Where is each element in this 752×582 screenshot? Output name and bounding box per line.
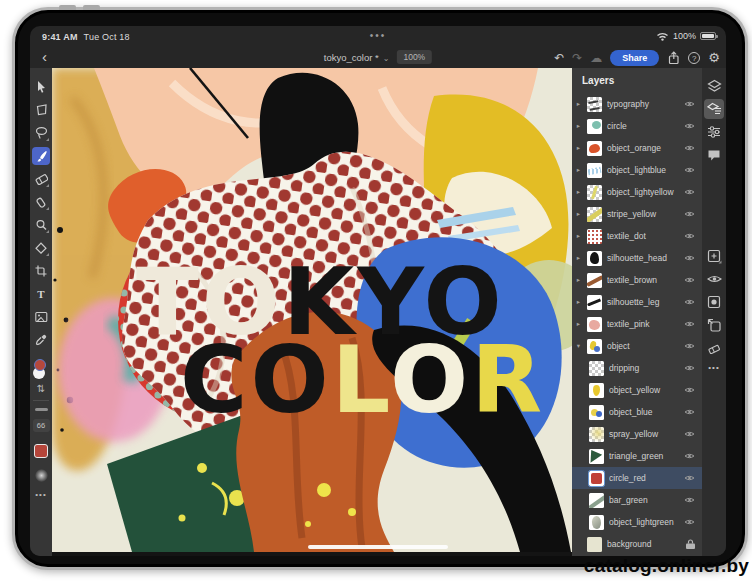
brush-tool[interactable]	[32, 147, 50, 165]
fill-tool[interactable]	[32, 239, 50, 257]
layer-more-button[interactable]: •••	[708, 363, 719, 372]
disclosure-arrow[interactable]: ▸	[575, 166, 582, 174]
disclosure-arrow[interactable]: ▸	[575, 232, 582, 240]
color-chips[interactable]	[33, 359, 49, 379]
layer-row[interactable]: ▾ object	[572, 335, 702, 357]
layer-row[interactable]: object_lightgreen	[572, 511, 702, 533]
tool-options-more[interactable]: •••	[35, 490, 46, 499]
disclosure-arrow[interactable]: ▾	[575, 342, 582, 350]
layer-row[interactable]: ▸ typography	[572, 93, 702, 115]
layer-row[interactable]: object_blue	[572, 401, 702, 423]
visibility-eye-icon[interactable]	[684, 496, 695, 504]
eyedropper-tool[interactable]	[32, 331, 50, 349]
layer-mask-button[interactable]	[704, 292, 724, 312]
current-color-swatch[interactable]	[34, 444, 48, 458]
visibility-eye-icon[interactable]	[684, 364, 695, 372]
toolbar-divider	[33, 400, 49, 401]
transform-tool[interactable]	[32, 101, 50, 119]
layer-row[interactable]: ▸ textile_pink	[572, 313, 702, 335]
comments-panel-icon[interactable]	[704, 145, 724, 165]
visibility-eye-icon[interactable]	[684, 342, 695, 350]
layer-row[interactable]: ▸ object_lightyellow	[572, 181, 702, 203]
eraser-tool[interactable]	[32, 170, 50, 188]
visibility-eye-icon[interactable]	[684, 232, 695, 240]
layer-row[interactable]: background	[572, 533, 702, 555]
visibility-eye-icon[interactable]	[684, 408, 695, 416]
layer-row[interactable]: ▸ silhouette_leg	[572, 291, 702, 313]
layer-properties-panel-icon[interactable]	[704, 99, 724, 119]
help-button[interactable]: ?	[688, 52, 700, 64]
layer-row[interactable]: ▸ circle	[572, 115, 702, 137]
layer-row[interactable]: dripping	[572, 357, 702, 379]
layer-row[interactable]: ▸ object_lightblue	[572, 159, 702, 181]
crop-tool[interactable]	[32, 262, 50, 280]
brush-tip-preview[interactable]	[35, 469, 48, 482]
layer-name: object_blue	[609, 407, 679, 417]
brush-size-slider[interactable]	[35, 408, 48, 411]
disclosure-arrow[interactable]: ▸	[575, 210, 582, 218]
swap-colors-icon[interactable]: ⇅	[37, 383, 45, 394]
clear-layer-button[interactable]	[704, 338, 724, 358]
visibility-eye-icon[interactable]	[684, 430, 695, 438]
cloud-sync-icon[interactable]: ☁	[590, 51, 602, 65]
disclosure-arrow[interactable]: ▸	[575, 144, 582, 152]
layer-row[interactable]: object_yellow	[572, 379, 702, 401]
disclosure-arrow[interactable]: ▸	[575, 320, 582, 328]
disclosure-arrow[interactable]: ▸	[575, 254, 582, 262]
settings-gear-button[interactable]: ⚙	[708, 51, 720, 65]
layer-row[interactable]: ▸ object_orange	[572, 137, 702, 159]
adjustments-panel-icon[interactable]	[704, 122, 724, 142]
document-canvas[interactable]: TOKYO COLOR	[52, 68, 572, 556]
foreground-color-chip[interactable]	[34, 359, 46, 371]
ipad-device: 9:41 AMTue Oct 18 ••• 100% ‹ tokyo_color…	[12, 7, 748, 570]
add-layer-button[interactable]	[704, 246, 724, 266]
disclosure-arrow[interactable]: ▸	[575, 100, 582, 108]
visibility-eye-icon[interactable]	[684, 386, 695, 394]
place-image-tool[interactable]	[32, 308, 50, 326]
layer-row[interactable]: bar_green	[572, 489, 702, 511]
visibility-eye-icon[interactable]	[684, 518, 695, 526]
disclosure-arrow[interactable]: ▸	[575, 276, 582, 284]
share-button[interactable]: Share	[610, 50, 659, 66]
layer-visibility-button[interactable]	[704, 269, 724, 289]
visibility-eye-icon[interactable]	[684, 474, 695, 482]
visibility-eye-icon[interactable]	[684, 144, 695, 152]
visibility-eye-icon[interactable]	[684, 166, 695, 174]
layer-row[interactable]: ▸ textile_dot	[572, 225, 702, 247]
layers-panel-icon[interactable]	[704, 76, 724, 96]
home-indicator[interactable]	[308, 545, 448, 549]
heal-tool[interactable]	[32, 216, 50, 234]
layer-row[interactable]: circle_red	[572, 467, 702, 489]
visibility-eye-icon[interactable]	[684, 188, 695, 196]
visibility-eye-icon[interactable]	[684, 100, 695, 108]
visibility-eye-icon[interactable]	[684, 254, 695, 262]
visibility-eye-icon[interactable]	[684, 210, 695, 218]
visibility-eye-icon[interactable]	[684, 320, 695, 328]
layer-row[interactable]: spray_yellow	[572, 423, 702, 445]
visibility-eye-icon[interactable]	[684, 298, 695, 306]
redo-button[interactable]: ↷	[572, 51, 582, 65]
disclosure-arrow[interactable]: ▸	[575, 122, 582, 130]
layer-row[interactable]: ▸ stripe_yellow	[572, 203, 702, 225]
layer-row[interactable]: ▸ textile_brown	[572, 269, 702, 291]
zoom-level-badge[interactable]: 100%	[396, 50, 432, 64]
visibility-eye-icon[interactable]	[684, 452, 695, 460]
layer-row[interactable]: triangle_green	[572, 445, 702, 467]
lasso-select-tool[interactable]	[32, 124, 50, 142]
smudge-tool[interactable]	[32, 193, 50, 211]
type-tool[interactable]: T	[32, 285, 50, 303]
layer-row[interactable]: ▸ silhouette_head	[572, 247, 702, 269]
disclosure-arrow[interactable]: ▸	[575, 188, 582, 196]
status-bar: 9:41 AMTue Oct 18 ••• 100%	[30, 26, 726, 48]
brush-size-value[interactable]: 66	[33, 419, 50, 432]
export-icon[interactable]	[667, 51, 680, 65]
move-tool[interactable]	[32, 78, 50, 96]
tools-toolbar: T ⇅ 66 •••	[30, 68, 52, 556]
document-title[interactable]: tokyo_color *⌄	[324, 52, 390, 63]
undo-button[interactable]: ↶	[554, 51, 564, 65]
visibility-eye-icon[interactable]	[684, 276, 695, 284]
clip-mask-button[interactable]	[704, 315, 724, 335]
back-chevron-button[interactable]: ‹	[42, 48, 47, 66]
disclosure-arrow[interactable]: ▸	[575, 298, 582, 306]
visibility-eye-icon[interactable]	[684, 122, 695, 130]
